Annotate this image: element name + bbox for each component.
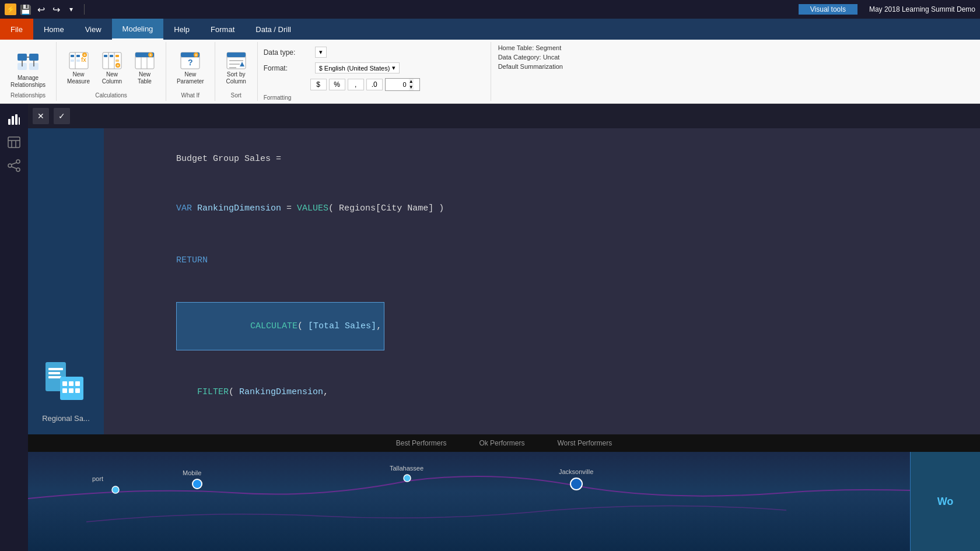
- svg-rect-63: [62, 381, 67, 386]
- svg-rect-45: [8, 119, 10, 125]
- calculations-buttons: fx + NewMeasure: [62, 44, 160, 91]
- data-type-dropdown[interactable]: ▾: [315, 47, 327, 58]
- svg-point-55: [16, 168, 20, 171]
- save-icon[interactable]: 💾: [20, 3, 32, 15]
- title-right: Visual tools May 2018 Learning Summit De…: [88, 4, 975, 15]
- menu-data-drill[interactable]: Data / Drill: [245, 19, 302, 40]
- svg-point-69: [192, 479, 202, 489]
- menu-file[interactable]: File: [0, 19, 33, 40]
- svg-text:fx: fx: [81, 57, 86, 63]
- visual-tools-label: Visual tools: [799, 4, 858, 15]
- new-table-icon: +: [134, 50, 155, 71]
- svg-rect-48: [19, 117, 20, 125]
- ribbon-content: ManageRelationships Relationships: [0, 40, 980, 103]
- menu-help[interactable]: Help: [163, 19, 200, 40]
- relationships-group-label: Relationships: [10, 92, 46, 99]
- svg-rect-66: [62, 388, 67, 393]
- sort-buttons: Sort byColumn: [221, 44, 251, 91]
- right-properties: Home Table: Segment Data Category: Uncat…: [491, 42, 570, 101]
- ribbon-group-sort: Sort byColumn Sort: [215, 42, 258, 101]
- code-return-keyword: RETURN: [176, 255, 208, 265]
- map-svg: [28, 452, 980, 551]
- formula-header: ✕ ✓: [28, 104, 980, 128]
- number-value-field[interactable]: [386, 80, 409, 89]
- data-type-row: Data type: ▾: [264, 44, 327, 60]
- number-input[interactable]: ▲ ▼: [385, 78, 420, 91]
- menu-modeling[interactable]: Modeling: [112, 19, 164, 40]
- data-model-icon[interactable]: [4, 155, 24, 176]
- code-values-arg: ( Regions[City Name] ): [328, 203, 444, 213]
- increment-button[interactable]: ▲: [409, 79, 414, 85]
- menu-view[interactable]: View: [75, 19, 112, 40]
- ribbon: ManageRelationships Relationships: [0, 40, 980, 104]
- code-line-2: VAR RankingDimension = VALUES( Regions[C…: [113, 185, 971, 232]
- dropdown-icon[interactable]: ▾: [65, 3, 77, 15]
- code-line-1: Budget Group Sales =: [113, 135, 971, 183]
- svg-rect-59: [48, 368, 63, 370]
- code-line-6: FILTER( RankingDimension,: [113, 368, 971, 416]
- code-calculate-fn: CALCULATE: [250, 321, 298, 331]
- decimal-button[interactable]: .0: [366, 79, 383, 90]
- new-column-icon: +: [102, 50, 123, 71]
- svg-text:+: +: [149, 53, 152, 57]
- right-panel-text: Wo: [937, 496, 954, 508]
- manage-relationships-label: ManageRelationships: [10, 75, 46, 89]
- ribbon-group-relationships: ManageRelationships Relationships: [0, 42, 57, 101]
- code-editor[interactable]: Budget Group Sales = VAR RankingDimensio…: [104, 128, 980, 434]
- whatif-group-label: What If: [181, 92, 200, 99]
- ok-performers-tab[interactable]: Ok Performers: [474, 438, 529, 448]
- bar-chart-icon[interactable]: [4, 108, 24, 129]
- svg-rect-21: [116, 55, 119, 57]
- menu-home[interactable]: Home: [33, 19, 75, 40]
- code-filter1-comma: ,: [323, 387, 328, 397]
- new-parameter-label: NewParameter: [177, 71, 204, 85]
- code-line-3: RETURN: [113, 237, 971, 284]
- formula-close-button[interactable]: ✕: [33, 108, 49, 124]
- sort-group-label: Sort: [230, 92, 241, 99]
- svg-rect-11: [71, 59, 74, 62]
- sort-by-column-icon: [226, 50, 247, 71]
- svg-rect-20: [110, 55, 113, 57]
- best-performers-tab[interactable]: Best Performers: [391, 438, 452, 448]
- svg-rect-60: [48, 372, 60, 374]
- svg-line-56: [12, 163, 16, 164]
- new-column-label: NewColumn: [102, 71, 122, 85]
- menu-format[interactable]: Format: [200, 19, 245, 40]
- redo-icon[interactable]: ↪: [50, 3, 62, 15]
- undo-icon[interactable]: ↩: [35, 3, 47, 15]
- manage-relationships-button[interactable]: ManageRelationships: [6, 44, 50, 91]
- sort-by-column-label: Sort byColumn: [226, 71, 246, 85]
- table-icon[interactable]: [4, 132, 24, 153]
- comma-button[interactable]: ,: [348, 79, 364, 90]
- svg-rect-67: [69, 388, 74, 393]
- city-mobile: Mobile: [183, 469, 201, 476]
- default-summarization-prop: Default Summarization: [498, 63, 563, 70]
- data-category-prop: Data Category: Uncat: [498, 54, 563, 61]
- svg-point-70: [404, 475, 411, 482]
- content-body: ✕ ✓: [28, 104, 980, 551]
- new-measure-label: NewMeasure: [67, 71, 90, 85]
- measure-icon-symbol: [43, 359, 89, 414]
- code-calculate-paren: (: [298, 321, 308, 331]
- formula-check-button[interactable]: ✓: [54, 108, 70, 124]
- new-table-button[interactable]: + NewTable: [130, 48, 160, 87]
- new-measure-button[interactable]: fx + NewMeasure: [62, 48, 94, 87]
- svg-rect-68: [75, 388, 80, 393]
- formula-content: Regional Sa... Budget Group Sales = VAR …: [28, 128, 980, 434]
- currency-button[interactable]: $: [310, 79, 327, 90]
- performers-tabs: Best Performers Ok Performers Worst Perf…: [28, 434, 980, 452]
- right-panel: Wo: [910, 452, 980, 551]
- svg-point-72: [112, 486, 119, 493]
- decrement-button[interactable]: ▼: [409, 85, 414, 90]
- svg-rect-46: [12, 116, 14, 125]
- formatting-group-label: Formatting: [264, 94, 292, 101]
- worst-performers-tab[interactable]: Worst Performers: [552, 438, 617, 448]
- svg-rect-47: [15, 114, 18, 125]
- format-dropdown[interactable]: $ English (United States) ▾: [315, 62, 400, 73]
- new-parameter-button[interactable]: ? + NewParameter: [172, 48, 209, 87]
- new-column-button[interactable]: + NewColumn: [97, 48, 127, 87]
- percent-button[interactable]: %: [329, 79, 345, 90]
- format-label: Format:: [264, 64, 310, 72]
- sort-by-column-button[interactable]: Sort byColumn: [221, 48, 251, 87]
- svg-point-71: [570, 478, 582, 490]
